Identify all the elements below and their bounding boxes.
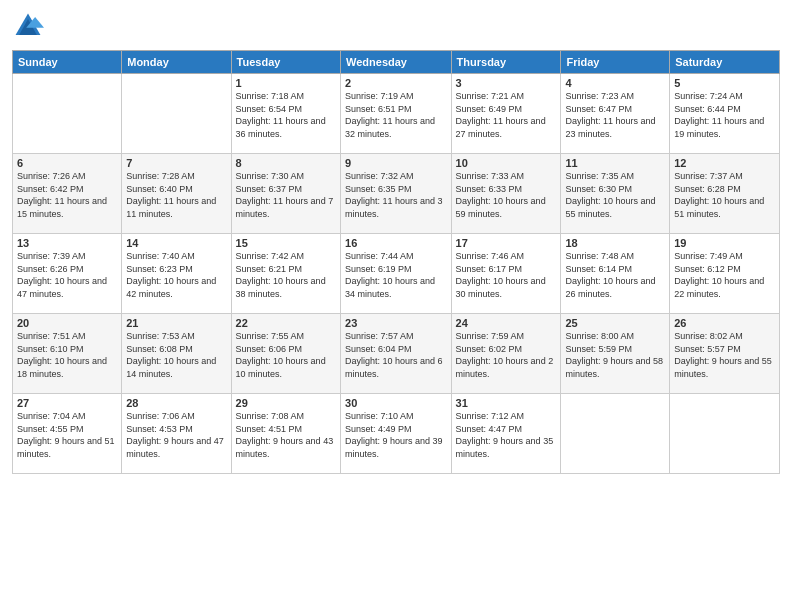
day-info: Sunrise: 7:23 AM Sunset: 6:47 PM Dayligh… [565,90,665,140]
day-number: 1 [236,77,336,89]
day-of-week-header: Sunday [13,51,122,74]
page: SundayMondayTuesdayWednesdayThursdayFrid… [0,0,792,612]
day-number: 16 [345,237,447,249]
day-info: Sunrise: 7:37 AM Sunset: 6:28 PM Dayligh… [674,170,775,220]
day-info: Sunrise: 7:33 AM Sunset: 6:33 PM Dayligh… [456,170,557,220]
day-number: 18 [565,237,665,249]
day-number: 11 [565,157,665,169]
day-number: 29 [236,397,336,409]
day-info: Sunrise: 7:10 AM Sunset: 4:49 PM Dayligh… [345,410,447,460]
calendar-cell: 17Sunrise: 7:46 AM Sunset: 6:17 PM Dayli… [451,234,561,314]
day-number: 14 [126,237,226,249]
day-of-week-header: Monday [122,51,231,74]
calendar-cell: 25Sunrise: 8:00 AM Sunset: 5:59 PM Dayli… [561,314,670,394]
day-info: Sunrise: 7:57 AM Sunset: 6:04 PM Dayligh… [345,330,447,380]
day-info: Sunrise: 7:28 AM Sunset: 6:40 PM Dayligh… [126,170,226,220]
day-info: Sunrise: 8:02 AM Sunset: 5:57 PM Dayligh… [674,330,775,380]
calendar-cell [13,74,122,154]
day-info: Sunrise: 7:19 AM Sunset: 6:51 PM Dayligh… [345,90,447,140]
day-number: 13 [17,237,117,249]
day-info: Sunrise: 7:46 AM Sunset: 6:17 PM Dayligh… [456,250,557,300]
day-info: Sunrise: 7:30 AM Sunset: 6:37 PM Dayligh… [236,170,336,220]
day-number: 9 [345,157,447,169]
day-info: Sunrise: 7:24 AM Sunset: 6:44 PM Dayligh… [674,90,775,140]
day-info: Sunrise: 7:32 AM Sunset: 6:35 PM Dayligh… [345,170,447,220]
calendar-cell [670,394,780,474]
calendar-cell: 18Sunrise: 7:48 AM Sunset: 6:14 PM Dayli… [561,234,670,314]
calendar-week-row: 27Sunrise: 7:04 AM Sunset: 4:55 PM Dayli… [13,394,780,474]
calendar-cell: 13Sunrise: 7:39 AM Sunset: 6:26 PM Dayli… [13,234,122,314]
calendar-cell: 6Sunrise: 7:26 AM Sunset: 6:42 PM Daylig… [13,154,122,234]
calendar-cell: 8Sunrise: 7:30 AM Sunset: 6:37 PM Daylig… [231,154,340,234]
calendar-cell: 10Sunrise: 7:33 AM Sunset: 6:33 PM Dayli… [451,154,561,234]
calendar-week-row: 6Sunrise: 7:26 AM Sunset: 6:42 PM Daylig… [13,154,780,234]
day-number: 5 [674,77,775,89]
day-info: Sunrise: 7:06 AM Sunset: 4:53 PM Dayligh… [126,410,226,460]
day-number: 28 [126,397,226,409]
day-number: 7 [126,157,226,169]
day-info: Sunrise: 7:49 AM Sunset: 6:12 PM Dayligh… [674,250,775,300]
day-info: Sunrise: 7:18 AM Sunset: 6:54 PM Dayligh… [236,90,336,140]
day-number: 20 [17,317,117,329]
day-number: 19 [674,237,775,249]
calendar-cell: 15Sunrise: 7:42 AM Sunset: 6:21 PM Dayli… [231,234,340,314]
calendar-cell: 24Sunrise: 7:59 AM Sunset: 6:02 PM Dayli… [451,314,561,394]
day-info: Sunrise: 7:53 AM Sunset: 6:08 PM Dayligh… [126,330,226,380]
day-number: 10 [456,157,557,169]
calendar-cell: 11Sunrise: 7:35 AM Sunset: 6:30 PM Dayli… [561,154,670,234]
day-of-week-header: Friday [561,51,670,74]
day-number: 30 [345,397,447,409]
day-info: Sunrise: 7:39 AM Sunset: 6:26 PM Dayligh… [17,250,117,300]
header [12,10,780,42]
day-info: Sunrise: 7:40 AM Sunset: 6:23 PM Dayligh… [126,250,226,300]
day-number: 12 [674,157,775,169]
calendar-cell: 27Sunrise: 7:04 AM Sunset: 4:55 PM Dayli… [13,394,122,474]
calendar-cell: 29Sunrise: 7:08 AM Sunset: 4:51 PM Dayli… [231,394,340,474]
calendar: SundayMondayTuesdayWednesdayThursdayFrid… [12,50,780,474]
day-info: Sunrise: 7:08 AM Sunset: 4:51 PM Dayligh… [236,410,336,460]
calendar-cell: 5Sunrise: 7:24 AM Sunset: 6:44 PM Daylig… [670,74,780,154]
day-number: 22 [236,317,336,329]
calendar-cell: 22Sunrise: 7:55 AM Sunset: 6:06 PM Dayli… [231,314,340,394]
calendar-cell: 19Sunrise: 7:49 AM Sunset: 6:12 PM Dayli… [670,234,780,314]
calendar-header-row: SundayMondayTuesdayWednesdayThursdayFrid… [13,51,780,74]
day-number: 8 [236,157,336,169]
calendar-cell: 14Sunrise: 7:40 AM Sunset: 6:23 PM Dayli… [122,234,231,314]
calendar-cell: 23Sunrise: 7:57 AM Sunset: 6:04 PM Dayli… [341,314,452,394]
day-info: Sunrise: 7:21 AM Sunset: 6:49 PM Dayligh… [456,90,557,140]
day-info: Sunrise: 7:44 AM Sunset: 6:19 PM Dayligh… [345,250,447,300]
day-number: 23 [345,317,447,329]
day-number: 15 [236,237,336,249]
calendar-cell: 4Sunrise: 7:23 AM Sunset: 6:47 PM Daylig… [561,74,670,154]
day-info: Sunrise: 7:35 AM Sunset: 6:30 PM Dayligh… [565,170,665,220]
day-info: Sunrise: 7:48 AM Sunset: 6:14 PM Dayligh… [565,250,665,300]
day-number: 25 [565,317,665,329]
calendar-week-row: 20Sunrise: 7:51 AM Sunset: 6:10 PM Dayli… [13,314,780,394]
day-number: 26 [674,317,775,329]
day-info: Sunrise: 7:59 AM Sunset: 6:02 PM Dayligh… [456,330,557,380]
day-of-week-header: Thursday [451,51,561,74]
calendar-cell: 1Sunrise: 7:18 AM Sunset: 6:54 PM Daylig… [231,74,340,154]
day-info: Sunrise: 7:12 AM Sunset: 4:47 PM Dayligh… [456,410,557,460]
day-number: 31 [456,397,557,409]
day-number: 4 [565,77,665,89]
day-info: Sunrise: 8:00 AM Sunset: 5:59 PM Dayligh… [565,330,665,380]
day-info: Sunrise: 7:42 AM Sunset: 6:21 PM Dayligh… [236,250,336,300]
day-number: 24 [456,317,557,329]
day-info: Sunrise: 7:26 AM Sunset: 6:42 PM Dayligh… [17,170,117,220]
calendar-cell: 2Sunrise: 7:19 AM Sunset: 6:51 PM Daylig… [341,74,452,154]
logo-icon [12,10,44,42]
calendar-week-row: 13Sunrise: 7:39 AM Sunset: 6:26 PM Dayli… [13,234,780,314]
calendar-week-row: 1Sunrise: 7:18 AM Sunset: 6:54 PM Daylig… [13,74,780,154]
day-number: 6 [17,157,117,169]
day-number: 3 [456,77,557,89]
day-info: Sunrise: 7:04 AM Sunset: 4:55 PM Dayligh… [17,410,117,460]
calendar-cell: 26Sunrise: 8:02 AM Sunset: 5:57 PM Dayli… [670,314,780,394]
day-number: 2 [345,77,447,89]
day-number: 27 [17,397,117,409]
calendar-cell: 20Sunrise: 7:51 AM Sunset: 6:10 PM Dayli… [13,314,122,394]
day-of-week-header: Saturday [670,51,780,74]
day-info: Sunrise: 7:55 AM Sunset: 6:06 PM Dayligh… [236,330,336,380]
calendar-cell: 30Sunrise: 7:10 AM Sunset: 4:49 PM Dayli… [341,394,452,474]
calendar-cell: 3Sunrise: 7:21 AM Sunset: 6:49 PM Daylig… [451,74,561,154]
